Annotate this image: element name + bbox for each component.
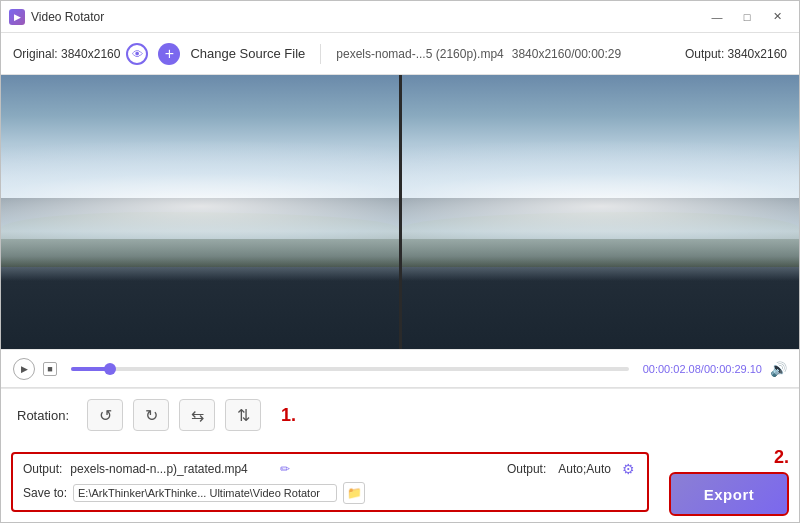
minimize-button[interactable]: —: [703, 6, 731, 28]
file-name: pexels-nomad-...5 (2160p).mp4: [336, 47, 503, 61]
rotate-left-90-button[interactable]: ↺: [87, 399, 123, 431]
file-res: 3840x2160/00:00:29: [512, 47, 621, 61]
rotation-label: Rotation:: [17, 408, 69, 423]
video-panel-output: [399, 75, 800, 349]
save-path-select[interactable]: E:\ArkThinker\ArkThinke... Ultimate\Vide…: [73, 484, 337, 502]
video-preview-original: [1, 75, 399, 349]
output1-label: Output:: [23, 462, 62, 476]
maximize-button[interactable]: □: [733, 6, 761, 28]
time-current: 00:00:02.08: [643, 363, 701, 375]
rotation-row: Rotation: ↺ ↻ ⇆ ⇅ 1.: [1, 388, 799, 441]
time-total: 00:00:29.10: [704, 363, 762, 375]
bottom-area: Rotation: ↺ ↻ ⇆ ⇅ 1. Output: pexels-noma…: [1, 387, 799, 522]
original-info: Original: 3840x2160 👁: [13, 43, 148, 65]
original-label: Original: 3840x2160: [13, 47, 120, 61]
playback-controls: ▶ ■ 00:00:02.08/00:00:29.10 🔊: [1, 349, 799, 387]
play-button[interactable]: ▶: [13, 358, 35, 380]
window-controls: — □ ✕: [703, 6, 791, 28]
settings-icon[interactable]: ⚙: [619, 460, 637, 478]
title-bar-left: ▶ Video Rotator: [9, 9, 104, 25]
output-line-1: Output: pexels-nomad-n...p)_ratated.mp4 …: [23, 460, 637, 478]
progress-bar[interactable]: [71, 367, 629, 371]
cloud-layer-r: [402, 75, 800, 239]
add-file-button[interactable]: +: [158, 43, 180, 65]
toolbar-divider: [320, 44, 321, 64]
output2-value: Auto;Auto: [558, 462, 611, 476]
video-preview-output: [402, 75, 800, 349]
flip-vertical-button[interactable]: ⇅: [225, 399, 261, 431]
close-button[interactable]: ✕: [763, 6, 791, 28]
output-box: Output: pexels-nomad-n...p)_ratated.mp4 …: [11, 452, 649, 512]
volume-icon[interactable]: 🔊: [770, 361, 787, 377]
app-icon: ▶: [9, 9, 25, 25]
export-section: 2. Export: [659, 441, 789, 522]
progress-thumb: [104, 363, 116, 375]
eye-icon[interactable]: 👁: [126, 43, 148, 65]
title-bar: ▶ Video Rotator — □ ✕: [1, 1, 799, 33]
main-window: ▶ Video Rotator — □ ✕ Original: 3840x216…: [0, 0, 800, 523]
app-title: Video Rotator: [31, 10, 104, 24]
browse-folder-button[interactable]: 📁: [343, 482, 365, 504]
output2-label: Output:: [507, 462, 546, 476]
stop-button[interactable]: ■: [43, 362, 57, 376]
file-info: pexels-nomad-...5 (2160p).mp4 3840x2160/…: [336, 47, 621, 61]
video-area: [1, 75, 799, 349]
output-row: Output: pexels-nomad-n...p)_ratated.mp4 …: [1, 441, 799, 522]
step-1-label: 1.: [281, 405, 296, 426]
video-panel-original: [1, 75, 399, 349]
export-button[interactable]: Export: [669, 472, 789, 516]
step-2-label: 2.: [774, 447, 789, 468]
flip-horizontal-button[interactable]: ⇆: [179, 399, 215, 431]
save-to-label: Save to:: [23, 486, 67, 500]
path-selector-container: E:\ArkThinker\ArkThinke... Ultimate\Vide…: [73, 484, 337, 502]
output-info: Output: 3840x2160: [685, 47, 787, 61]
change-source-button[interactable]: Change Source File: [190, 46, 305, 61]
rotate-right-90-button[interactable]: ↻: [133, 399, 169, 431]
output-label: Output: 3840x2160: [685, 47, 787, 61]
time-display: 00:00:02.08/00:00:29.10: [643, 363, 762, 375]
toolbar: Original: 3840x2160 👁 + Change Source Fi…: [1, 33, 799, 75]
output-filename: pexels-nomad-n...p)_ratated.mp4: [70, 462, 271, 476]
output-line-2: Save to: E:\ArkThinker\ArkThinke... Ulti…: [23, 482, 637, 504]
edit-filename-icon[interactable]: ✏: [280, 462, 290, 476]
cloud-layer: [1, 75, 399, 239]
